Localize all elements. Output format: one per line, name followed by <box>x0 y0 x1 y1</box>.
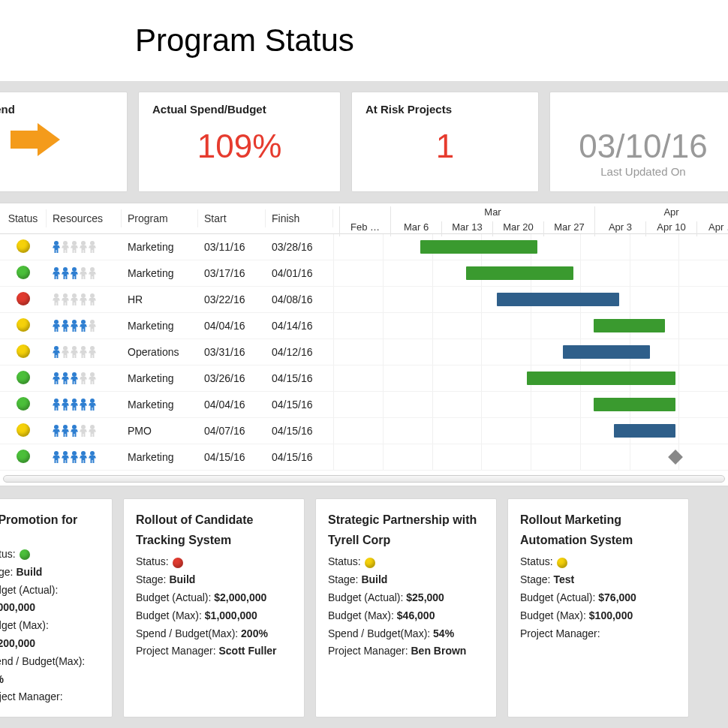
gantt-bar[interactable] <box>497 293 619 306</box>
kpi-atrisk: At Risk Projects 1 <box>351 92 539 192</box>
page-title: Program Status <box>135 23 728 59</box>
person-icon <box>53 241 60 253</box>
person-icon <box>80 451 87 463</box>
table-row[interactable]: Marketing04/04/1604/15/16 <box>0 392 728 418</box>
person-icon <box>89 399 96 411</box>
status-green-icon <box>17 266 30 279</box>
kpi-updated: 03/10/16 Last Updated On <box>549 92 728 192</box>
person-icon <box>71 320 78 332</box>
project-card[interactable]: Rollout of Candidate Tracking SystemStat… <box>123 498 305 717</box>
col-finish[interactable]: Finish <box>266 209 333 227</box>
table-row[interactable]: Marketing03/26/1604/15/16 <box>0 366 728 392</box>
status-green-icon <box>20 549 30 560</box>
person-icon <box>62 399 69 411</box>
arrow-right-icon <box>38 123 60 156</box>
project-title: Strategic Partnership with Tyrell Corp <box>328 510 484 550</box>
kpi-trend-label: Trend <box>0 103 113 116</box>
table-row[interactable]: Marketing03/11/1603/28/16 <box>0 234 728 260</box>
status-green-icon <box>17 397 30 411</box>
person-icon <box>80 372 87 384</box>
person-icon <box>71 372 78 384</box>
col-status[interactable]: Status <box>0 209 47 227</box>
col-start[interactable]: Start <box>198 209 266 227</box>
status-yellow-icon <box>365 558 375 568</box>
person-icon <box>80 399 87 411</box>
person-icon <box>53 320 60 332</box>
person-icon <box>80 425 87 437</box>
gantt-bar[interactable] <box>614 424 675 438</box>
kpi-row: Trend Actual Spend/Budget 109% At Risk P… <box>0 81 728 203</box>
person-icon <box>62 346 69 358</box>
kpi-spend-label: Actual Spend/Budget <box>152 103 326 116</box>
table-row[interactable]: Marketing04/04/1604/14/16 <box>0 313 728 339</box>
kpi-trend: Trend <box>0 92 128 192</box>
table-row[interactable]: Marketing04/15/1604/15/16 <box>0 444 728 471</box>
table-header: Status Resources Program Start Finish Ma… <box>0 203 728 234</box>
gantt-bar[interactable] <box>466 266 573 280</box>
person-icon <box>80 293 87 305</box>
gantt-bar[interactable] <box>594 398 675 411</box>
person-icon <box>62 267 69 279</box>
status-yellow-icon <box>557 558 567 568</box>
table-row[interactable]: PMO04/07/1604/15/16 <box>0 418 728 444</box>
person-icon <box>89 451 96 463</box>
project-card[interactable]: … Promotion forStatus: Stage: BuildBudge… <box>0 498 113 717</box>
project-cards-row: … Promotion forStatus: Stage: BuildBudge… <box>0 486 728 717</box>
gantt-header: MarApr Feb …Mar 6Mar 13Mar 20Mar 27Apr 3… <box>333 203 728 233</box>
person-icon <box>53 451 60 463</box>
table-row[interactable]: HR03/22/1604/08/16 <box>0 287 728 313</box>
person-icon <box>71 241 78 253</box>
gantt-bar[interactable] <box>594 319 665 332</box>
project-title: … Promotion for <box>0 510 100 543</box>
person-icon <box>71 399 78 411</box>
person-icon <box>71 451 78 463</box>
col-program[interactable]: Program <box>122 209 198 227</box>
person-icon <box>53 346 60 358</box>
status-green-icon <box>17 450 30 463</box>
person-icon <box>89 267 96 279</box>
person-icon <box>62 372 69 384</box>
person-icon <box>89 320 96 332</box>
person-icon <box>89 372 96 384</box>
header: Program Status <box>0 0 728 81</box>
project-card[interactable]: Rollout Marketing Automation SystemStatu… <box>507 498 689 717</box>
kpi-atrisk-label: At Risk Projects <box>366 103 525 116</box>
table-row[interactable]: Operations03/31/1604/12/16 <box>0 339 728 366</box>
person-icon <box>53 425 60 437</box>
kpi-spend: Actual Spend/Budget 109% <box>138 92 341 192</box>
person-icon <box>89 425 96 437</box>
kpi-updated-date: 03/10/16 <box>564 123 723 165</box>
project-table: Status Resources Program Start Finish Ma… <box>0 203 728 486</box>
person-icon <box>53 399 60 411</box>
person-icon <box>53 293 60 305</box>
person-icon <box>62 425 69 437</box>
person-icon <box>71 346 78 358</box>
status-yellow-icon <box>17 344 30 358</box>
status-red-icon <box>17 292 30 305</box>
person-icon <box>62 293 69 305</box>
col-resources[interactable]: Resources <box>47 209 122 227</box>
table-row[interactable]: Marketing03/17/1604/01/16 <box>0 260 728 287</box>
gantt-bar[interactable] <box>563 345 650 359</box>
person-icon <box>80 346 87 358</box>
person-icon <box>62 320 69 332</box>
person-icon <box>89 293 96 305</box>
person-icon <box>89 241 96 253</box>
project-card[interactable]: Strategic Partnership with Tyrell CorpSt… <box>315 498 497 717</box>
person-icon <box>53 267 60 279</box>
person-icon <box>80 241 87 253</box>
status-red-icon <box>173 558 183 568</box>
kpi-spend-value: 109% <box>152 123 326 165</box>
gantt-bar[interactable] <box>527 372 675 385</box>
person-icon <box>80 320 87 332</box>
gantt-bar[interactable] <box>420 240 537 254</box>
person-icon <box>89 346 96 358</box>
person-icon <box>80 267 87 279</box>
person-icon <box>71 267 78 279</box>
person-icon <box>62 241 69 253</box>
status-yellow-icon <box>17 239 30 253</box>
status-yellow-icon <box>17 423 30 437</box>
project-title: Rollout of Candidate Tracking System <box>136 510 292 550</box>
horizontal-scrollbar[interactable] <box>3 475 725 483</box>
person-icon <box>71 425 78 437</box>
